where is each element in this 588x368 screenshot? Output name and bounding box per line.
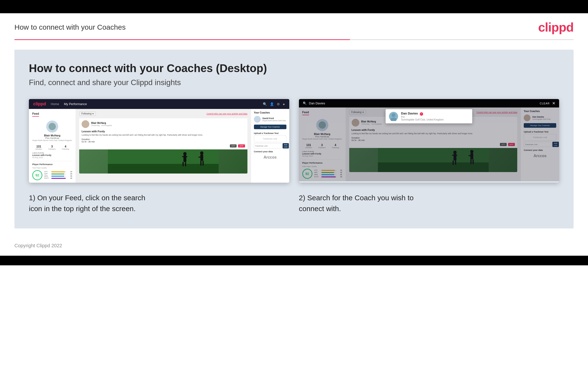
lesson-desc-1: Looking to feel like my hands are exitin…	[79, 134, 247, 138]
stat-followers-2: 3 Followers	[318, 143, 326, 148]
metric-ott-bg-2	[321, 170, 336, 171]
svg-rect-10	[200, 161, 202, 166]
manage-coaches-button-1[interactable]: Manage Your Coaches	[254, 125, 286, 129]
search-icon-2: 🔍	[303, 101, 307, 105]
control-link-1[interactable]: Control who can see your activity and da…	[207, 112, 247, 115]
btn-off-1[interactable]: OTT	[230, 144, 237, 147]
metric-app-2: APP 85	[314, 172, 342, 173]
trackman-input-row-1: Add Link	[254, 143, 286, 148]
lesson-card-1: Blair McHarg Yesterday · Sunningdale Les…	[79, 118, 247, 174]
following-button-2[interactable]: Following ▾	[349, 110, 366, 114]
stat-following-label: Following	[62, 148, 69, 150]
feed-label-2: Feed	[302, 110, 309, 115]
lesson-title-2: Lesson with Fordy	[349, 129, 518, 132]
metric-ott-fill	[51, 171, 65, 172]
metric-arg-bg-2	[321, 174, 336, 175]
svg-rect-4	[182, 156, 187, 157]
trackman-input-2[interactable]	[524, 142, 551, 147]
avatar-icon[interactable]: ●	[283, 102, 285, 106]
trackman-title-2: Upload a Trackman Test	[524, 131, 556, 133]
btn-app-1[interactable]: APP	[238, 144, 245, 147]
coach-thumb-1	[254, 116, 261, 123]
coach-info-2: Blair McHarg Yesterday · Sunningdale	[361, 120, 382, 125]
coach-meta-2: Yesterday · Sunningdale	[361, 123, 382, 125]
caption-2: 2) Search for the Coach you wish toconne…	[299, 192, 559, 214]
metric-ott-val: 90	[67, 171, 72, 173]
activity-date-2: 03 Aug 2022	[302, 155, 342, 157]
stat-num-fng-2: 4	[332, 143, 339, 147]
latest-activity-2: Latest Activity	[302, 150, 342, 153]
result-name-2: Dan Davies ✓	[401, 111, 444, 116]
result-info-2: Dan Davies ✓ Pro Sunningdale Golf Club, …	[401, 111, 444, 121]
user-icon[interactable]: 👤	[270, 102, 274, 106]
main-content: How to connect with your Coaches (Deskto…	[14, 50, 574, 229]
trackman-title-1: Upload a Trackman Test	[254, 132, 286, 135]
following-button-1[interactable]: Following ▾	[79, 111, 96, 116]
stat-lbl-fol-2: Followers	[318, 147, 326, 148]
header: How to connect with your Coaches clippd	[0, 13, 588, 39]
duration-label-1: Duration	[82, 138, 90, 140]
metric-ott: OTT 90	[44, 171, 72, 173]
perf-title-2: Player Performance	[302, 162, 342, 164]
header-divider	[14, 39, 574, 40]
svg-rect-11	[202, 161, 204, 166]
logo: clippd	[538, 20, 574, 35]
profile-handicap-2: Plus Handicap	[302, 135, 342, 138]
coaches-title-2: Your Coaches	[524, 110, 556, 112]
close-button-2[interactable]: ✕	[552, 101, 555, 106]
search-icon[interactable]: 🔍	[263, 102, 267, 106]
stat-num-act-2: 131	[306, 143, 312, 147]
stats-row-1: 131 Activities 3 Followers 4 Following	[32, 145, 72, 150]
metric-putt-label: PUTT	[44, 177, 50, 179]
trackman-placeholder-1: Trackman Link	[263, 138, 277, 140]
metric-arg-v-2: 86	[337, 174, 342, 175]
stat-following: 4 Following	[62, 145, 69, 150]
coach-meta-1: Yesterday · Sunningdale	[91, 124, 112, 127]
lesson-duration-1: Duration 01 hr : 30 min	[79, 138, 247, 144]
avatar-2	[316, 119, 328, 131]
stat-followers: 3 Followers	[48, 145, 56, 150]
add-link-button-1[interactable]: Add Link	[282, 143, 289, 148]
metrics-list-1: OTT 90 APP 85	[44, 171, 72, 180]
section-subheading: Find, connect and share your Clippd insi…	[29, 78, 559, 87]
quality-circle-2: 92	[302, 169, 312, 179]
profile-handicap-1: Plus Handicap	[32, 137, 72, 139]
stat-activities-2: 131 Activities	[306, 143, 312, 148]
add-link-button-2[interactable]: Add Link	[552, 142, 559, 147]
btn-app-2[interactable]: APP	[508, 143, 515, 146]
right-panel-1: Your Coaches David Ford Royal North Devo…	[251, 109, 289, 183]
app-body-1: Feed Blair McHarg Plus Handicap Royal No…	[29, 109, 289, 183]
profile-name-1: Blair McHarg	[32, 134, 72, 137]
footer: Copyright Clippd 2022	[0, 238, 588, 256]
perf-sub-2: Total Player Quality	[302, 166, 342, 167]
svg-point-7	[200, 151, 203, 155]
svg-rect-18	[455, 160, 456, 165]
btn-off-2[interactable]: OTT	[500, 143, 507, 146]
lesson-image-svg-1	[79, 149, 247, 174]
profile-club-1: Royal North Devon Golf Club, United King…	[32, 139, 72, 141]
manage-coaches-button-2[interactable]: Manage Your Coaches	[524, 123, 556, 128]
svg-rect-16	[452, 155, 457, 156]
nav-link-home-1[interactable]: Home	[51, 102, 59, 106]
lesson-header-1: Blair McHarg Yesterday · Sunningdale	[79, 118, 247, 130]
result-entry-2: Dan Davies ✓ Pro Sunningdale Golf Club, …	[389, 111, 469, 121]
bottom-bar	[0, 256, 588, 265]
stat-activities-label: Activities	[35, 148, 42, 150]
trackman-input-1[interactable]	[254, 143, 282, 148]
nav-link-performance-1[interactable]: My Performance	[64, 102, 87, 106]
app-nav-icons-1: 🔍 👤 ⚙ ●	[263, 102, 285, 106]
coach-entry-info-1: David Ford Royal North Devon Golf Club	[263, 117, 286, 122]
svg-point-25	[390, 118, 397, 121]
following-label-1: Following	[81, 112, 91, 115]
metric-putt-bar	[51, 178, 66, 179]
metric-putt-v-2: 96	[337, 176, 342, 178]
right-panel-2: Your Coaches Dan Davies Sunningdale Golf…	[521, 108, 559, 181]
lesson-image-2	[349, 148, 518, 172]
settings-icon[interactable]: ⚙	[277, 102, 280, 106]
search-result-dropdown-2[interactable]: Dan Davies ✓ Pro Sunningdale Golf Club, …	[386, 109, 472, 123]
search-input-2[interactable]	[309, 101, 537, 105]
quality-row-2: 92 OTT 90 APP	[302, 169, 342, 179]
clear-button-2[interactable]: CLEAR	[540, 102, 550, 105]
svg-rect-5	[183, 162, 184, 166]
metric-putt-val: 96	[67, 177, 72, 179]
